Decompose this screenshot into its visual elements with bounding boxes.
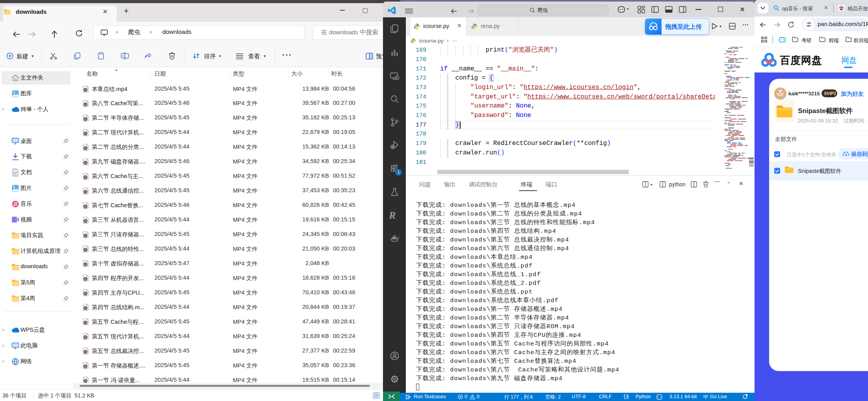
svg-text:A: A: [122, 54, 125, 58]
